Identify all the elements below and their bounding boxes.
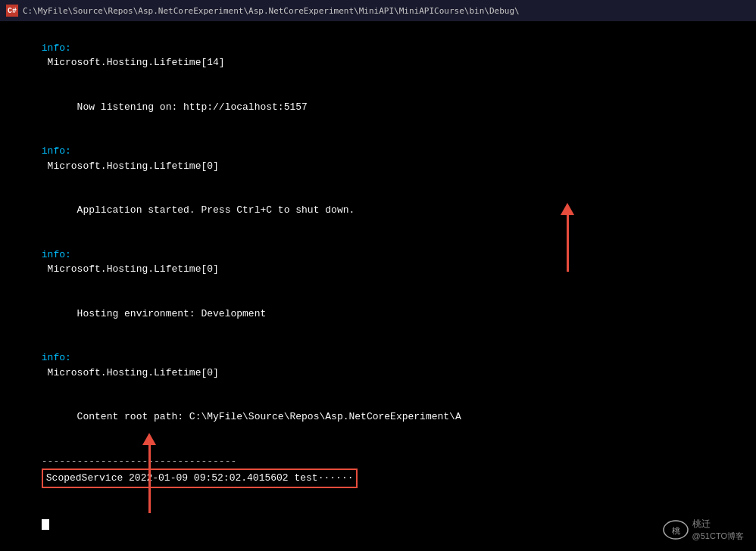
terminal-icon: C# <box>6 5 18 17</box>
watermark-container: 桃 桃迁 @51CTO博客 <box>662 518 744 542</box>
terminal-line-8: Content root path: C:\MyFile\Source\Repo… <box>6 395 750 440</box>
terminal-cursor-line <box>6 503 750 547</box>
terminal-title: C:\MyFile\Source\Repos\Asp.NetCoreExperi… <box>23 6 520 16</box>
terminal-body: info: Microsoft.Hosting.Lifetime[14] Now… <box>0 21 756 551</box>
arrow-head-terminal <box>561 203 574 215</box>
info-prefix-3: info: <box>42 249 71 260</box>
terminal-line-2: Now listening on: http://localhost:5157 <box>6 85 750 129</box>
terminal-cursor <box>42 519 49 530</box>
terminal-line-5: info: Microsoft.Hosting.Lifetime[0] <box>6 232 750 291</box>
terminal-line-7: info: Microsoft.Hosting.Lifetime[0] <box>6 336 750 395</box>
watermark-name: 桃迁 <box>692 518 744 531</box>
terminal-dashes: --------------------------------- Scoped… <box>6 439 750 503</box>
watermark-logo-icon: 桃 <box>662 519 689 540</box>
terminal-line-1: info: Microsoft.Hosting.Lifetime[14] <box>6 26 750 85</box>
arrow-terminal <box>561 203 574 272</box>
info-prefix-1: info: <box>42 42 71 54</box>
watermark-site: @51CTO博客 <box>692 531 744 542</box>
arrow-browser <box>142 433 156 513</box>
terminal-titlebar: C# C:\MyFile\Source\Repos\Asp.NetCoreExp… <box>0 0 756 21</box>
terminal-line-4: Application started. Press Ctrl+C to shu… <box>6 188 750 233</box>
watermark: 桃 桃迁 @51CTO博客 <box>662 518 744 542</box>
terminal-highlighted-text: ScopedService 2022-01-09 09:52:02.401560… <box>42 469 358 488</box>
terminal-window: C# C:\MyFile\Source\Repos\Asp.NetCoreExp… <box>0 0 756 551</box>
info-prefix-2: info: <box>42 145 71 157</box>
info-prefix-4: info: <box>42 352 71 363</box>
arrow-head-browser <box>142 433 156 445</box>
terminal-line-6: Hosting environment: Development <box>6 291 750 336</box>
arrow-shaft-browser <box>148 445 151 513</box>
svg-text:桃: 桃 <box>671 526 679 535</box>
arrow-shaft-terminal <box>567 215 569 272</box>
terminal-line-3: info: Microsoft.Hosting.Lifetime[0] <box>6 129 750 188</box>
